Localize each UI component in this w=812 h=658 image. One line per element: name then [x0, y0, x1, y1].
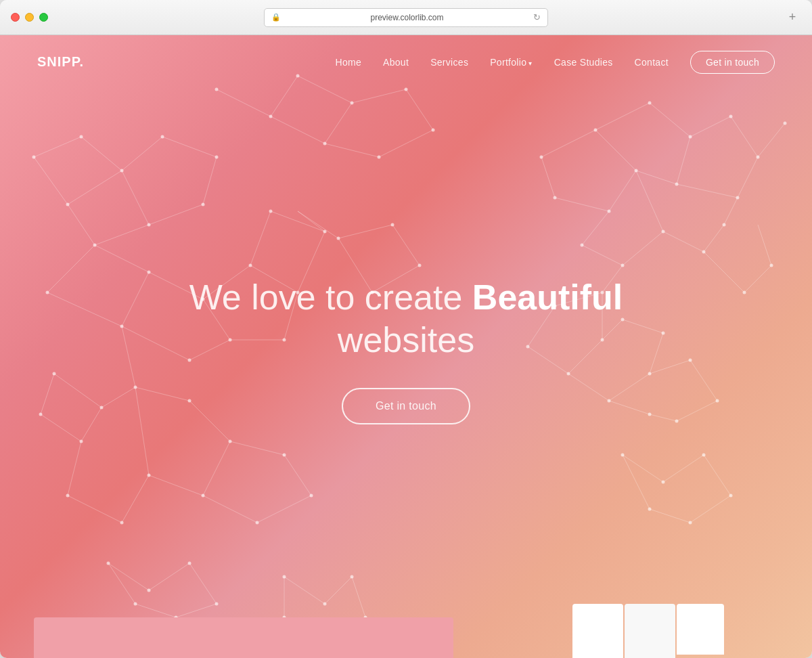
hero-headline: We love to create Beautiful websites — [189, 276, 623, 361]
hero-content: We love to create Beautiful websites Get… — [0, 43, 812, 658]
close-button[interactable] — [11, 13, 20, 22]
hero-section: SNIPP. Home About Services Portfolio — [0, 35, 812, 658]
browser-titlebar: 🔒 preview.colorlib.com ↻ + — [0, 0, 812, 35]
hero-cta-button[interactable]: Get in touch — [342, 388, 470, 424]
browser-window: 🔒 preview.colorlib.com ↻ + — [0, 0, 812, 658]
minimize-button[interactable] — [25, 13, 34, 22]
hero-headline-line2: websites — [338, 320, 474, 359]
address-bar[interactable]: 🔒 preview.colorlib.com ↻ — [264, 8, 548, 27]
hero-headline-bold: Beautiful — [472, 278, 623, 317]
hero-headline-normal: We love to create — [189, 278, 472, 317]
new-tab-button[interactable]: + — [784, 9, 801, 26]
website-content: SNIPP. Home About Services Portfolio — [0, 35, 812, 658]
lock-icon: 🔒 — [271, 13, 281, 22]
refresh-button[interactable]: ↻ — [533, 12, 541, 22]
maximize-button[interactable] — [39, 13, 48, 22]
url-text: preview.colorlib.com — [285, 13, 529, 22]
traffic-lights — [11, 13, 48, 22]
